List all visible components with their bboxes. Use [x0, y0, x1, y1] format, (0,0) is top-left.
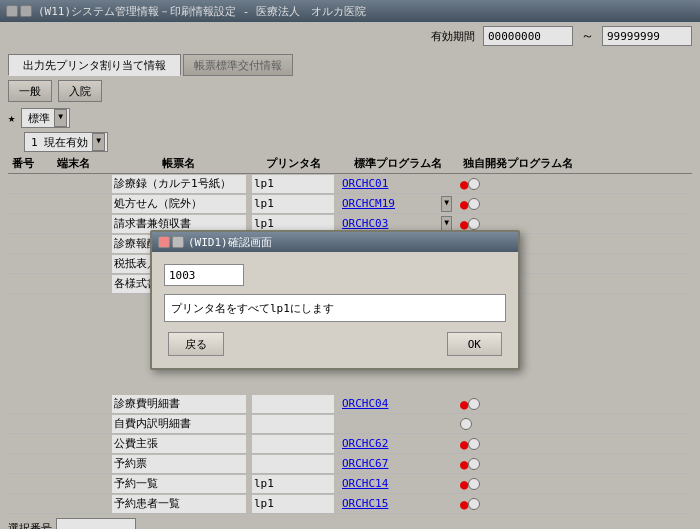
modal-message: プリンタ名をすべてlp1にします: [164, 294, 506, 322]
modal-title: (WID1)確認画面: [188, 235, 272, 250]
modal-back-button[interactable]: 戻る: [168, 332, 224, 356]
modal-close-btn[interactable]: [158, 236, 170, 248]
modal-overlay: (WID1)確認画面 プリンタ名をすべてlp1にします 戻る OK: [0, 0, 700, 529]
modal-buttons: 戻る OK: [164, 332, 506, 356]
modal-dialog: (WID1)確認画面 プリンタ名をすべてlp1にします 戻る OK: [150, 230, 520, 370]
modal-min-btn[interactable]: [172, 236, 184, 248]
modal-code-input[interactable]: [164, 264, 244, 286]
modal-ok-button[interactable]: OK: [447, 332, 502, 356]
modal-title-bar: (WID1)確認画面: [152, 232, 518, 252]
modal-message-text: プリンタ名をすべてlp1にします: [171, 301, 334, 316]
modal-body: プリンタ名をすべてlp1にします 戻る OK: [152, 252, 518, 368]
